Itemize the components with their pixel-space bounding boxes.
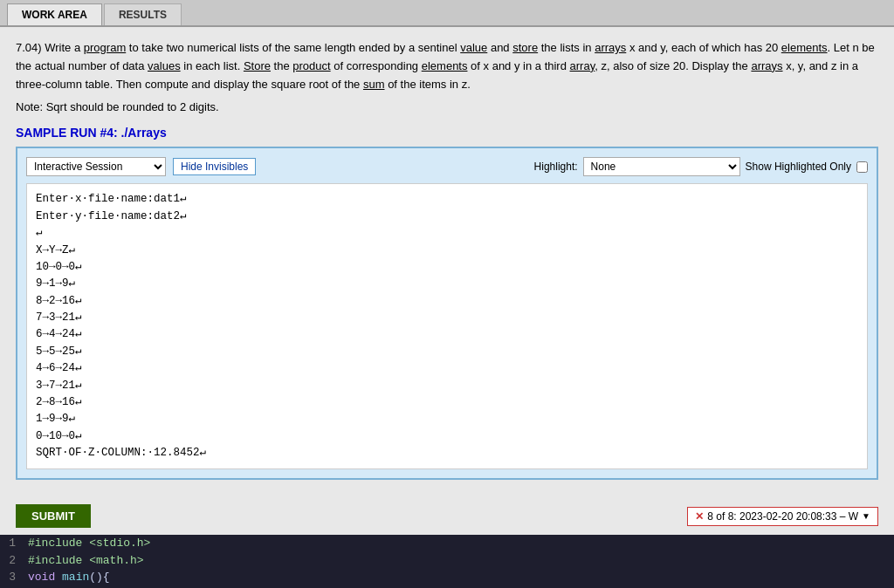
session-container: Interactive Session File Input File Outp… [16, 147, 878, 480]
tabs-bar: WORK AREA RESULTS [0, 0, 894, 27]
highlight-select[interactable]: None Syntax Diff [583, 157, 740, 176]
sample-run-header: SAMPLE RUN #4: ./Arrays [16, 126, 878, 140]
code-line: 2 #include <math.h> [0, 552, 894, 570]
status-badge: ✕ 8 of 8: 2023-02-20 20:08:33 – W ▼ [687, 507, 878, 526]
main-content: 7.04) Write a program to take two numeri… [0, 27, 894, 489]
terminal-output: Enter·x·file·name:dat1↵ Enter·y·file·nam… [26, 183, 868, 469]
status-text: 8 of 8: 2023-02-20 20:08:33 – W [707, 510, 858, 523]
note-text: Note: Sqrt should be rounded to 2 digits… [16, 100, 878, 113]
submit-button[interactable]: SUBMIT [16, 504, 91, 528]
session-select[interactable]: Interactive Session File Input File Outp… [26, 157, 166, 176]
submit-bar: SUBMIT ✕ 8 of 8: 2023-02-20 20:08:33 – W… [0, 497, 894, 535]
code-editor: 1 #include <stdio.h> 2 #include <math.h>… [0, 535, 894, 588]
tab-results[interactable]: RESULTS [104, 3, 182, 25]
status-x-icon: ✕ [695, 510, 704, 523]
session-toolbar: Interactive Session File Input File Outp… [26, 157, 868, 176]
tab-work-area[interactable]: WORK AREA [7, 3, 102, 25]
highlight-section: Highlight: None Syntax Diff Show Highlig… [534, 157, 868, 176]
status-dropdown-icon[interactable]: ▼ [862, 511, 870, 521]
show-highlighted-checkbox[interactable] [856, 161, 868, 173]
code-line: 3 void main(){ [0, 569, 894, 586]
code-line: 1 #include <stdio.h> [0, 535, 894, 552]
hide-invisibles-button[interactable]: Hide Invisibles [173, 158, 256, 175]
show-highlighted-label: Show Highlighted Only [746, 161, 851, 173]
problem-text: 7.04) Write a program to take two numeri… [16, 39, 878, 93]
highlight-label: Highlight: [534, 161, 578, 173]
